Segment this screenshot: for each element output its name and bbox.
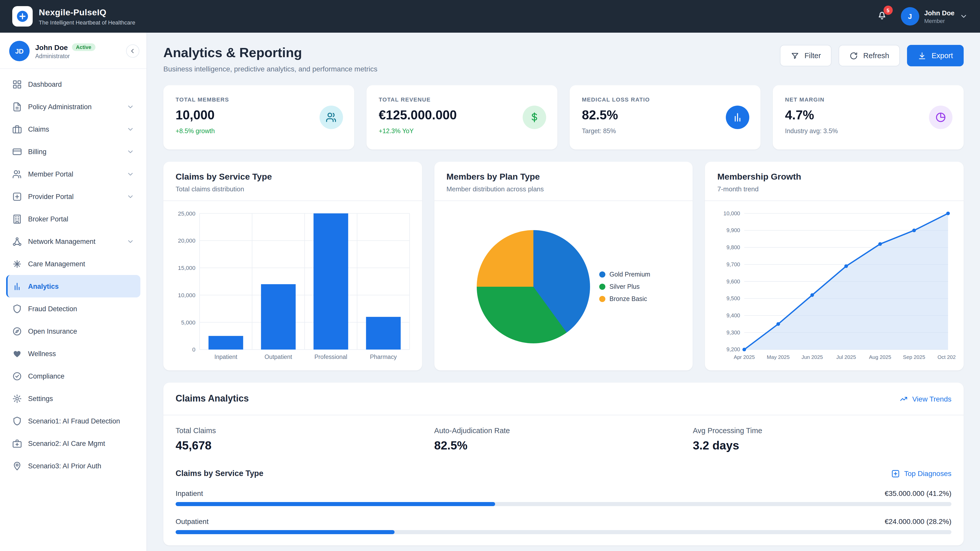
chevron-left-icon bbox=[129, 48, 136, 55]
chevron-down-icon bbox=[127, 238, 134, 245]
claims-analytics-header: Claims Analytics View Trends bbox=[163, 383, 964, 415]
sidebar-item-label: Provider Portal bbox=[28, 192, 74, 200]
svg-text:May 2025: May 2025 bbox=[767, 354, 790, 360]
sidebar-item-analytics[interactable]: Analytics bbox=[6, 275, 140, 297]
svg-text:Oct 2025: Oct 2025 bbox=[938, 354, 956, 360]
claims-stat-total-claims: Total Claims45,678 bbox=[176, 427, 434, 453]
refresh-button-label: Refresh bbox=[863, 52, 889, 60]
refresh-button[interactable]: Refresh bbox=[839, 45, 900, 66]
sidebar-item-scenario2-ai-care-mgmt[interactable]: Scenario2: AI Care Mgmt bbox=[6, 432, 140, 454]
app-logo bbox=[12, 6, 33, 27]
kpi-value: €125.000.000 bbox=[379, 108, 545, 122]
kpi-label: MEDICAL LOSS RATIO bbox=[582, 97, 748, 103]
kpi-subtext: Industry avg: 3.5% bbox=[785, 127, 951, 135]
sidebar-item-label: Claims bbox=[28, 125, 49, 133]
claims-stat-auto-adjudication-rate: Auto-Adjudication Rate82.5% bbox=[434, 427, 693, 453]
chart-subtitle: Member distribution across plans bbox=[446, 185, 680, 193]
legend-dot bbox=[599, 272, 605, 278]
stat-label: Total Claims bbox=[176, 427, 434, 435]
sidebar-item-label: Compliance bbox=[28, 372, 65, 380]
status-badge: Active bbox=[72, 43, 95, 51]
page-subtitle: Business intelligence, predictive analyt… bbox=[163, 65, 377, 73]
sidebar-item-label: Scenario3: AI Prior Auth bbox=[28, 462, 101, 470]
chart-body: 9,2009,3009,4009,5009,6009,7009,8009,900… bbox=[705, 201, 964, 370]
sidebar-collapse-button[interactable] bbox=[126, 44, 139, 58]
heart-icon bbox=[12, 349, 22, 359]
legend-item-gold-premium: Gold Premium bbox=[599, 271, 650, 278]
svg-text:Sep 2025: Sep 2025 bbox=[903, 354, 925, 360]
user-meta: John Doe Member bbox=[924, 9, 955, 24]
svg-text:Outpatient: Outpatient bbox=[265, 354, 292, 360]
svg-text:9,800: 9,800 bbox=[727, 245, 740, 251]
sidebar-item-open-insurance[interactable]: Open Insurance bbox=[6, 320, 140, 342]
network-icon bbox=[12, 237, 22, 246]
claims-analytics-body: Total Claims45,678Auto-Adjudication Rate… bbox=[163, 415, 964, 545]
bar-chart-svg: 05,00010,00015,00020,00025,000InpatientO… bbox=[172, 206, 414, 367]
sidebar-item-compliance[interactable]: Compliance bbox=[6, 365, 140, 387]
chevron-down-icon bbox=[127, 192, 134, 200]
sidebar-item-label: Wellness bbox=[28, 350, 56, 357]
stat-value: 82.5% bbox=[434, 439, 693, 453]
view-trends-link[interactable]: View Trends bbox=[899, 394, 951, 403]
export-button[interactable]: Export bbox=[907, 45, 964, 66]
bar-chart-icon bbox=[12, 281, 22, 291]
kpi-label: NET MARGIN bbox=[785, 97, 951, 103]
pie-chart bbox=[477, 230, 590, 343]
svg-text:5,000: 5,000 bbox=[181, 319, 196, 326]
briefcase-icon bbox=[12, 124, 22, 134]
building-icon bbox=[12, 214, 22, 224]
sidebar-item-provider-portal[interactable]: Provider Portal bbox=[6, 185, 140, 208]
sidebar-item-dashboard[interactable]: Dashboard bbox=[6, 73, 140, 95]
progress-value: €35.000.000 (41.2%) bbox=[885, 489, 951, 497]
sidebar-item-policy-administration[interactable]: Policy Administration bbox=[6, 95, 140, 118]
user-menu[interactable]: J John Doe Member bbox=[901, 7, 968, 25]
top-diagnoses-button[interactable]: Top Diagnoses bbox=[891, 469, 951, 478]
chart-card-claims-by-service-type: Claims by Service TypeTotal claims distr… bbox=[163, 162, 422, 370]
users-icon bbox=[320, 106, 343, 129]
sidebar-item-label: Network Management bbox=[28, 238, 95, 245]
progress-fill bbox=[176, 502, 495, 506]
sidebar-item-label: Member Portal bbox=[28, 170, 73, 178]
sidebar-item-wellness[interactable]: Wellness bbox=[6, 342, 140, 365]
legend-dot bbox=[599, 284, 605, 290]
shield-icon bbox=[12, 304, 22, 313]
main-content: Analytics & Reporting Business intellige… bbox=[147, 33, 980, 551]
briefcase-medical-icon bbox=[12, 438, 22, 448]
stat-value: 3.2 days bbox=[693, 439, 951, 453]
kpi-label: TOTAL MEMBERS bbox=[176, 97, 342, 103]
sidebar-item-fraud-detection[interactable]: Fraud Detection bbox=[6, 297, 140, 320]
view-trends-label: View Trends bbox=[912, 395, 951, 403]
chevron-down-icon bbox=[127, 148, 134, 156]
sidebar: JD John Doe Active Administrator Dashboa… bbox=[0, 33, 147, 551]
line-chart-svg: 9,2009,3009,4009,5009,6009,7009,8009,900… bbox=[713, 206, 956, 367]
user-role: Member bbox=[924, 17, 955, 24]
notifications-button[interactable]: 5 bbox=[877, 10, 888, 23]
sidebar-item-member-portal[interactable]: Member Portal bbox=[6, 163, 140, 185]
kpi-value: 10,000 bbox=[176, 108, 342, 122]
filter-button[interactable]: Filter bbox=[780, 45, 832, 66]
sidebar-item-care-management[interactable]: Care Management bbox=[6, 252, 140, 275]
sidebar-item-settings[interactable]: Settings bbox=[6, 387, 140, 410]
svg-text:9,500: 9,500 bbox=[727, 295, 740, 302]
svg-text:10,000: 10,000 bbox=[178, 292, 195, 299]
sidebar-item-broker-portal[interactable]: Broker Portal bbox=[6, 208, 140, 230]
pie-legend: Gold PremiumSilver PlusBronze Basic bbox=[599, 271, 650, 303]
svg-text:9,300: 9,300 bbox=[727, 330, 740, 336]
pie-icon bbox=[929, 106, 953, 129]
sidebar-item-billing[interactable]: Billing bbox=[6, 140, 140, 163]
chart-subtitle: 7-month trend bbox=[718, 185, 951, 193]
user-avatar: J bbox=[901, 7, 919, 25]
svg-text:Professional: Professional bbox=[314, 354, 347, 360]
svg-text:9,700: 9,700 bbox=[727, 262, 740, 268]
sidebar-item-scenario1-ai-fraud-detection[interactable]: Scenario1: AI Fraud Detection bbox=[6, 410, 140, 432]
claims-section-title: Claims by Service Type bbox=[176, 469, 263, 478]
chart-header: Membership Growth7-month trend bbox=[705, 162, 964, 201]
sidebar-item-network-management[interactable]: Network Management bbox=[6, 230, 140, 252]
chart-body: Gold PremiumSilver PlusBronze Basic bbox=[434, 201, 693, 370]
stat-label: Avg Processing Time bbox=[693, 427, 951, 435]
svg-text:0: 0 bbox=[192, 347, 195, 353]
sidebar-item-claims[interactable]: Claims bbox=[6, 118, 140, 140]
header-actions: Filter Refresh Export bbox=[780, 45, 964, 66]
chart-title: Members by Plan Type bbox=[446, 172, 680, 182]
sidebar-item-scenario3-ai-prior-auth[interactable]: Scenario3: AI Prior Auth bbox=[6, 454, 140, 477]
